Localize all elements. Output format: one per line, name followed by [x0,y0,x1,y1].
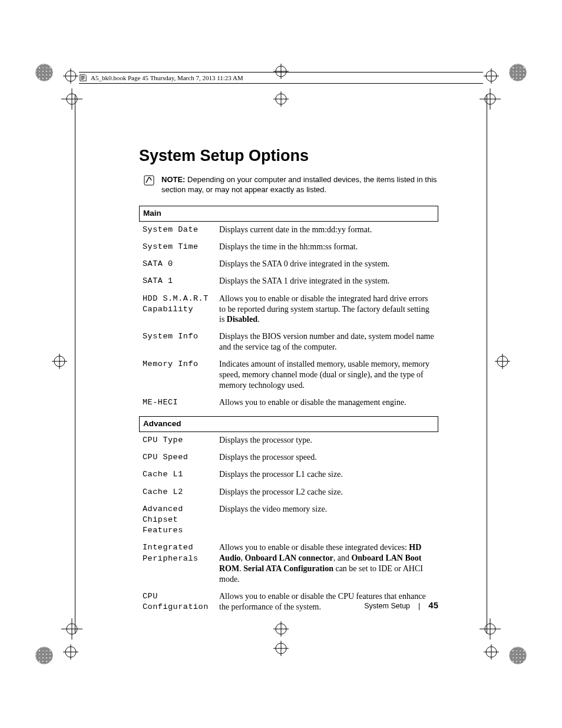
setting-value: Displays current date in the mm:dd:yy fo… [216,222,438,239]
setting-key: Advanced Chipset Features [139,501,216,540]
table-row: SATA 0Displays the SATA 0 drive integrat… [139,256,438,273]
setting-key: Memory Info [139,356,216,394]
setting-value: Displays the SATA 1 drive integrated in … [216,273,438,290]
table-row: SATA 1Displays the SATA 1 drive integrat… [139,273,438,290]
halftone-mark-icon [509,647,527,664]
setting-key: SATA 1 [139,273,216,290]
crop-mark-icon [472,611,501,640]
setting-value: Displays the time in the hh:mm:ss format… [216,239,438,256]
table-row: Memory InfoIndicates amount of installed… [139,356,438,394]
running-header-text: A5_bk0.book Page 45 Thursday, March 7, 2… [91,74,243,81]
setting-key: System Info [139,328,216,356]
setting-key: Integrated Peripherals [139,539,216,588]
setting-value: Displays the video memory size. [216,501,438,540]
setting-key: System Date [139,222,216,239]
setting-value: Allows you to enable or disable these in… [216,539,438,588]
setting-key: System Time [139,239,216,256]
footer-page-number: 45 [428,600,438,610]
table-row: ME-HECIAllows you to enable or disable t… [139,394,438,411]
note-label: NOTE: [161,175,185,184]
settings-table: CPU TypeDisplays the processor type.CPU … [139,432,438,617]
table-row: HDD S.M.A.R.T CapabilityAllows you to en… [139,291,438,329]
halftone-mark-icon [35,647,53,664]
note-text: Depending on your computer and installed… [161,175,437,195]
table-row: CPU TypeDisplays the processor type. [139,432,438,449]
register-mark-icon [484,644,499,660]
section-header: Main [140,206,438,222]
register-mark-icon [273,621,289,637]
register-mark-icon [63,68,78,84]
note-icon [144,175,154,186]
table-row: System TimeDisplays the time in the hh:m… [139,239,438,256]
setting-key: Cache L1 [139,466,216,483]
table-row: Cache L1Displays the processor L1 cache … [139,466,438,483]
footer-section: System Setup [364,602,410,610]
section-header: Advanced [140,417,438,432]
table-row: System InfoDisplays the BIOS version num… [139,328,438,356]
note-block: NOTE: Depending on your computer and ins… [139,174,438,195]
setting-value: Displays the processor L2 cache size. [216,484,438,501]
settings-table: System DateDisplays current date in the … [139,222,438,411]
crop-mark-icon [61,88,90,117]
page-content: System Setup Options NOTE: Depending on … [139,146,438,617]
setting-key: SATA 0 [139,256,216,273]
section-main: Main [139,206,438,222]
crop-mark-icon [61,611,90,640]
table-row: Cache L2Displays the processor L2 cache … [139,484,438,501]
register-mark-icon [273,641,289,656]
crop-mark-icon [472,88,501,117]
running-header: A5_bk0.book Page 45 Thursday, March 7, 2… [79,72,483,84]
book-icon [79,74,87,82]
setting-key: CPU Speed [139,449,216,466]
trim-line [487,94,487,634]
table-row: System DateDisplays current date in the … [139,222,438,239]
setting-value: Displays the processor speed. [216,449,438,466]
register-mark-icon [273,91,289,107]
table-row: Advanced Chipset FeaturesDisplays the vi… [139,501,438,540]
setting-value: Indicates amount of installed memory, us… [216,356,438,394]
setting-key: Cache L2 [139,484,216,501]
trim-line [75,94,75,634]
halftone-mark-icon [35,64,53,81]
page-title: System Setup Options [139,146,438,166]
setting-value: Displays the SATA 0 drive integrated in … [216,256,438,273]
footer-separator: | [418,602,420,610]
setting-value: Allows you to enable or disable the inte… [216,291,438,329]
register-mark-icon [495,354,510,369]
halftone-mark-icon [509,64,527,81]
section-advanced: Advanced [139,416,438,432]
setting-value: Displays the processor type. [216,432,438,449]
setting-value: Displays the processor L1 cache size. [216,466,438,483]
setting-value: Displays the BIOS version number and dat… [216,328,438,356]
setting-key: ME-HECI [139,394,216,411]
table-row: Integrated PeripheralsAllows you to enab… [139,539,438,588]
register-mark-icon [484,68,499,84]
page-footer: System Setup | 45 [139,600,438,610]
setting-key: HDD S.M.A.R.T Capability [139,291,216,329]
register-mark-icon [52,354,67,369]
register-mark-icon [63,644,78,660]
setting-value: Allows you to enable or disable the mana… [216,394,438,411]
setting-key: CPU Type [139,432,216,449]
table-row: CPU SpeedDisplays the processor speed. [139,449,438,466]
